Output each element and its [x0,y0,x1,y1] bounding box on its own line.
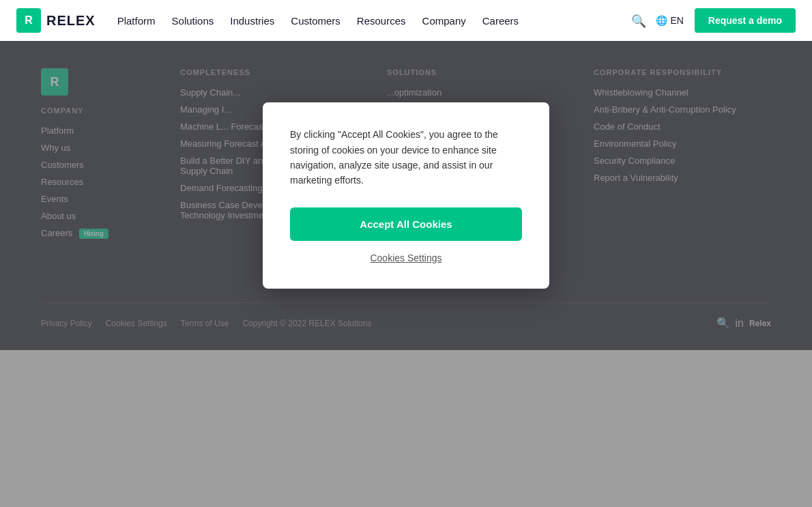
logo-text: RELEX [46,13,96,29]
globe-icon: 🌐 [656,15,667,26]
nav-link-resources[interactable]: Resources [357,15,406,27]
search-icon[interactable]: 🔍 [631,14,645,27]
nav-logo[interactable]: R RELEX [16,8,96,33]
cookie-consent-modal: By clicking "Accept All Cookies", you ag… [263,102,549,289]
navbar: R RELEX Platform Solutions Industries Cu… [0,0,812,41]
nav-link-industries[interactable]: Industries [230,15,274,27]
logo-icon: R [16,8,41,33]
request-demo-button[interactable]: Request a demo [695,8,796,33]
nav-links: Platform Solutions Industries Customers … [117,15,519,27]
accept-all-cookies-button[interactable]: Accept All Cookies [290,207,522,241]
nav-link-careers[interactable]: Careers [482,15,519,27]
nav-link-customers[interactable]: Customers [291,15,340,27]
nav-left: R RELEX Platform Solutions Industries Cu… [16,8,519,33]
modal-body-text: By clicking "Accept All Cookies", you ag… [290,127,522,188]
nav-right: 🔍 🌐 EN Request a demo [631,8,796,33]
nav-link-platform[interactable]: Platform [117,15,156,27]
nav-link-solutions[interactable]: Solutions [172,15,214,27]
cookies-settings-link[interactable]: Cookies Settings [370,252,441,263]
nav-link-company[interactable]: Company [422,15,466,27]
language-selector[interactable]: 🌐 EN [656,15,683,26]
modal-overlay: By clicking "Accept All Cookies", you ag… [0,41,812,350]
page-content: R COMPANY Platform Why us Customers Reso… [0,41,812,350]
